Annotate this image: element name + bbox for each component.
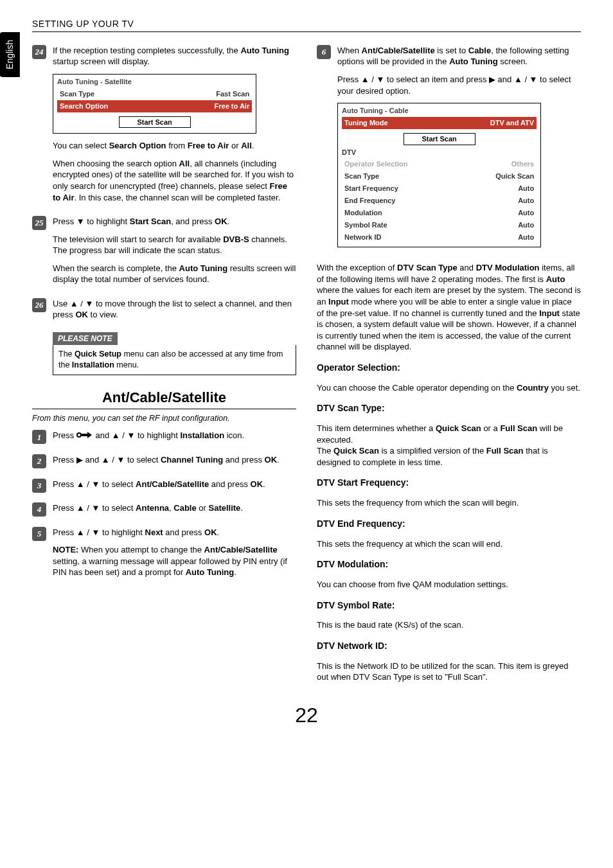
paragraph: When the search is complete, the Auto Tu… [53,263,296,285]
heading-operator-selection: Operator Selection: [317,362,581,374]
value: Auto [518,184,534,193]
paragraph: This item determines whether a Quick Sca… [317,423,581,445]
paragraph: This is the Network ID to be utilized fo… [317,660,581,683]
value: Auto [518,196,534,206]
text: or [229,141,241,150]
text: If the reception testing completes succe… [53,46,240,55]
paragraph: The Quick Scan is a simplified version o… [317,445,581,468]
text: or [197,503,209,513]
paragraph: Press ▶ and ▲ / ▼ to select Channel Tuni… [53,454,296,466]
text: and press [163,527,204,537]
label: DTV [342,148,356,157]
step-body: If the reception testing completes succe… [53,45,296,209]
value: Free to Air [215,102,250,111]
bold: Auto Tuning [240,46,289,55]
right-column: 6 When Ant/Cable/Satellite is set to Cab… [317,39,581,691]
language-tab: English [0,32,20,77]
panel-row: Scan TypeQuick Scan [342,170,537,182]
text: . [240,503,243,513]
step-body: Press ▲ / ▼ to highlight Next and press … [53,527,296,585]
text: With the exception of [317,263,397,272]
paragraph: This sets the frequency from which the s… [317,497,581,509]
svg-point-0 [77,433,81,437]
page-number: 22 [32,702,581,729]
start-scan-button: Start Scan [404,133,475,145]
text: is a simplified version of the [379,446,486,456]
label: Scan Type [344,172,379,181]
paragraph: Use ▲ / ▼ to move through the list to se… [53,298,296,321]
panel-row-tuning-mode: Tuning Mode DTV and ATV [342,117,537,129]
text: mode where you will be able to enter a s… [317,297,572,318]
bold: DVB-S [223,235,249,244]
text: The [317,446,333,456]
panel-row-search-option: Search Option Free to Air [57,100,252,112]
paragraph: Press ▲ / ▼ to highlight Next and press … [53,527,296,538]
panel-row: Symbol RateAuto [342,219,537,231]
panel-row-scan-type: Scan Type Fast Scan [57,88,252,100]
step-number-badge: 1 [32,430,46,444]
auto-tuning-satellite-panel: Auto Tuning - Satellite Scan Type Fast S… [53,74,256,134]
auto-tuning-cable-panel: Auto Tuning - Cable Tuning Mode DTV and … [337,103,541,247]
label: Modulation [344,208,382,218]
heading-end-frequency: DTV End Frequency: [317,518,581,530]
bold: Installation [180,430,224,440]
text: from [166,141,188,150]
bold: Next [145,527,163,537]
text: or a [481,423,501,433]
step-6: 6 When Ant/Cable/Satellite is set to Cab… [317,45,581,254]
text: and press [223,455,264,465]
bold: Ant/Cable/Satellite [362,46,435,55]
bold: Auto Tuning [186,567,235,577]
bold: DTV Modulation [476,263,540,272]
bold: Auto [546,274,565,284]
step-25: 25 Press ▼ to highlight Start Scan, and … [32,216,296,292]
bold: Country [517,383,549,393]
label: End Frequency [344,196,395,206]
section-rule [32,409,296,409]
panel-row: Operator SelectionOthers [342,158,537,170]
text: Press ▲ / ▼ to select [53,503,136,513]
paragraph: When choosing the search option All, all… [53,158,296,203]
text: and press [209,479,250,489]
bold: OK [265,455,278,465]
step-1: 1 Press and ▲ / ▼ to highlight Installat… [32,430,296,448]
bold: OK [75,310,88,319]
note-block: PLEASE NOTE The Quick Setup menu can als… [53,327,296,375]
label: Network ID [344,233,381,242]
text: When you attempt to change the [78,545,204,554]
step-number-badge: 2 [32,454,46,468]
text: The television will start to search for … [53,235,223,244]
text: . [234,567,236,577]
paragraph: Press and ▲ / ▼ to highlight Installatio… [53,430,296,441]
value: Auto [518,233,534,242]
bold: Cable [468,46,491,55]
step-24: 24 If the reception testing completes su… [32,45,296,209]
text: setting, a warning message will appear f… [53,556,287,578]
step-number-badge: 5 [32,527,46,541]
label: Tuning Mode [344,118,388,128]
label: Symbol Rate [344,220,387,230]
note-body: The Quick Setup menu can also be accesse… [53,345,296,375]
text: . [217,527,220,537]
step-body: When Ant/Cable/Satellite is set to Cable… [337,45,581,254]
bold: Full Scan [486,446,524,456]
heading-scan-type: DTV Scan Type: [317,402,581,414]
bold: Ant/Cable/Satellite [204,545,278,554]
value: Auto [518,220,534,230]
text: to view. [88,310,118,319]
heading-start-frequency: DTV Start Frequency: [317,477,581,489]
paragraph: Press ▲ / ▼ to select Ant/Cable/Satellit… [53,479,296,490]
text: You can choose the Cable operator depend… [317,383,517,393]
bold: All [179,159,190,168]
step-body: Press ▲ / ▼ to select Antenna, Cable or … [53,502,296,520]
bold: All [241,141,252,150]
bold: Free to Air [188,141,229,150]
bold: Input [328,297,349,306]
text: When the search is complete, the [53,263,179,273]
text: Press ▼ to highlight [53,217,130,226]
bold: Antenna [136,503,169,513]
page-header: SETTING UP YOUR TV [32,18,581,32]
step-number-badge: 25 [32,216,46,230]
heading-symbol-rate: DTV Symbol Rate: [317,599,581,612]
step-number-badge: 4 [32,502,46,517]
